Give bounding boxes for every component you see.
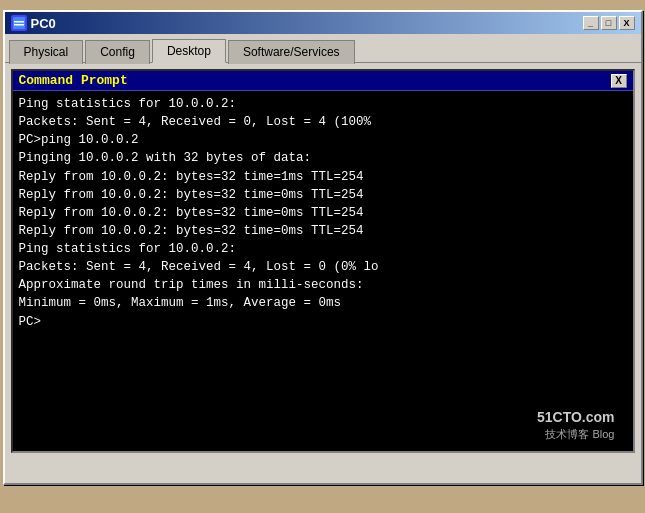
close-button[interactable]: X	[619, 16, 635, 30]
title-bar: PC0 _ □ X	[5, 12, 641, 34]
cmd-title: Command Prompt	[19, 73, 128, 88]
cmd-line-5: Pinging 10.0.0.2 with 32 bytes of data:	[19, 149, 627, 167]
cmd-close-button[interactable]: X	[611, 74, 627, 88]
cmd-body[interactable]: Ping statistics for 10.0.0.2: Packets: S…	[13, 91, 633, 451]
cmd-line-15: Minimum = 0ms, Maximum = 1ms, Average = …	[19, 294, 627, 312]
svg-rect-2	[14, 24, 24, 26]
watermark-sub: 技术博客 Blog	[537, 427, 615, 443]
cmd-line-3: PC>ping 10.0.0.2	[19, 131, 627, 149]
title-bar-left: PC0	[11, 15, 56, 31]
watermark: 51CTO.com 技术博客 Blog	[537, 407, 615, 443]
main-window: PC0 _ □ X Physical Config Desktop Softwa…	[3, 10, 643, 485]
cmd-line-1: Packets: Sent = 4, Received = 0, Lost = …	[19, 113, 627, 131]
cmd-line-17: PC>	[19, 313, 627, 331]
window-icon	[11, 15, 27, 31]
cmd-line-12: Ping statistics for 10.0.0.2:	[19, 240, 627, 258]
main-content: Command Prompt X Ping statistics for 10.…	[5, 63, 641, 483]
cmd-line-0: Ping statistics for 10.0.0.2:	[19, 95, 627, 113]
maximize-button[interactable]: □	[601, 16, 617, 30]
title-bar-controls: _ □ X	[583, 16, 635, 30]
cmd-title-bar: Command Prompt X	[13, 71, 633, 91]
cmd-line-7: Reply from 10.0.0.2: bytes=32 time=1ms T…	[19, 168, 627, 186]
tab-config[interactable]: Config	[85, 40, 150, 64]
svg-rect-1	[14, 21, 24, 23]
watermark-main: 51CTO.com	[537, 407, 615, 427]
cmd-line-9: Reply from 10.0.0.2: bytes=32 time=0ms T…	[19, 204, 627, 222]
svg-rect-0	[13, 17, 25, 29]
tab-bar: Physical Config Desktop Software/Service…	[5, 34, 641, 63]
window-title: PC0	[31, 16, 56, 31]
tab-desktop[interactable]: Desktop	[152, 39, 226, 63]
cmd-line-10: Reply from 10.0.0.2: bytes=32 time=0ms T…	[19, 222, 627, 240]
minimize-button[interactable]: _	[583, 16, 599, 30]
cmd-window: Command Prompt X Ping statistics for 10.…	[11, 69, 635, 453]
tab-software[interactable]: Software/Services	[228, 40, 355, 64]
cmd-line-14: Approximate round trip times in milli-se…	[19, 276, 627, 294]
cmd-line-13: Packets: Sent = 4, Received = 4, Lost = …	[19, 258, 627, 276]
tab-physical[interactable]: Physical	[9, 40, 84, 64]
cmd-line-8: Reply from 10.0.0.2: bytes=32 time=0ms T…	[19, 186, 627, 204]
